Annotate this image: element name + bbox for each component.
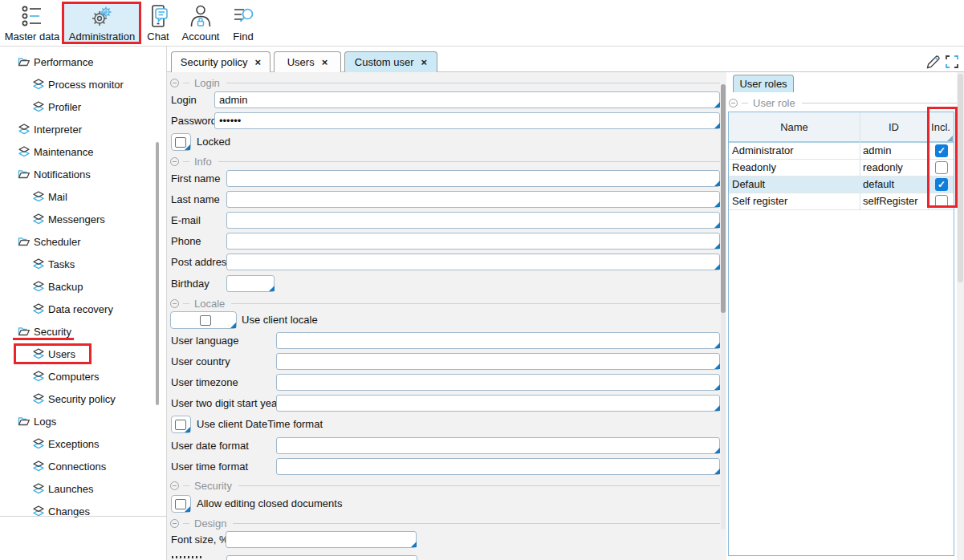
tab-users[interactable]: Users × [274,51,341,72]
sidebar-item-launches[interactable]: Launches [0,480,154,497]
sidebar-item-messengers[interactable]: Messengers [0,210,154,228]
tab-security-policy[interactable]: Security policy × [171,51,270,72]
locked-checkbox[interactable] [171,133,191,151]
sidebar-item-notifications[interactable]: Notifications [0,165,154,183]
corner-mark [185,144,190,150]
use-client-datetime-checkbox[interactable] [171,416,191,433]
toolbar-button-master-data[interactable]: Master data [3,3,61,43]
sidebar-item-backup[interactable]: Backup [0,278,154,295]
user-country-input[interactable] [276,353,720,370]
column-header-id[interactable]: ID [860,112,928,141]
form-row-use-client-datetime-format: Use client DateTime format [167,416,726,433]
sidebar-item-process-monitor[interactable]: Process monitor [0,75,154,93]
sidebar-item-connections[interactable]: Connections [0,457,154,475]
sidebar-item-data-recovery[interactable]: Data recovery [0,300,154,318]
post-address-input[interactable] [226,254,720,270]
form-row-birthday: Birthday [167,275,726,292]
column-header-name[interactable]: Name [729,112,860,141]
tab-label: User roles [739,78,787,90]
user-two-digit-start-year-input[interactable] [276,395,720,412]
sidebar-item-security[interactable]: Security [0,323,154,340]
sidebar-item-interpreter[interactable]: Interpreter [0,120,154,138]
birthday-input[interactable] [226,275,275,292]
email-input[interactable] [226,212,720,229]
collapse-icon[interactable] [170,157,179,166]
sidebar-scrollbar[interactable] [156,142,159,405]
toolbar-label: Chat [143,30,173,43]
pencil-icon [925,54,942,70]
user-timezone-input[interactable] [276,374,720,391]
tab-label: Custom user [355,56,414,68]
table-row-readonly[interactable]: Readonly readonly [729,160,954,177]
allow-editing-checkbox[interactable] [171,495,191,513]
layers-icon [32,258,45,270]
font-size-input[interactable] [226,531,417,548]
phone-input[interactable] [226,233,720,250]
form-row-last-name: Last name [167,191,726,208]
form-row-allow-editing: Allow editing closed documents [167,495,726,513]
table-row-self-register[interactable]: Self register selfRegister [729,193,954,210]
tab-close-icon[interactable]: × [421,57,428,67]
edit-button[interactable] [925,54,942,72]
sidebar-item-performance[interactable]: Performance [0,53,154,71]
collapse-icon[interactable] [170,481,179,490]
tab-custom-user[interactable]: Custom user × [344,51,437,72]
section-header-design[interactable]: Design [170,517,720,530]
form-scrollbar-thumb[interactable] [721,84,726,313]
section-header-security[interactable]: Security [170,479,720,492]
sidebar-item-computers[interactable]: Computers [0,367,154,385]
section-header-info[interactable]: Info [170,155,720,168]
sidebar-item-mail[interactable]: Mail [0,188,154,205]
sidebar-item-maintenance[interactable]: Maintenance [0,143,154,160]
section-header-locale[interactable]: Locale [170,297,720,310]
form-row-user-two-digit-start-year: User two digit start year [167,395,726,412]
field-label: Birthday [171,275,209,292]
table-row-default[interactable]: Default default ✓ [729,177,954,193]
filter-corner-icon[interactable] [947,136,953,141]
incl-checkbox-unchecked[interactable] [935,195,948,208]
section-header-user-role[interactable]: User role [729,96,962,109]
table-row-administrator[interactable]: Administrator admin ✓ [729,143,954,160]
incl-checkbox-checked[interactable]: ✓ [935,178,948,191]
first-name-input[interactable] [226,170,720,187]
form-row-use-client-locale: Use client locale [167,311,726,329]
tab-close-icon[interactable]: × [322,57,328,67]
sidebar-item-exceptions[interactable]: Exceptions [0,435,154,452]
user-language-input[interactable] [276,332,720,349]
expand-button[interactable] [945,55,959,71]
form-row-user-date-format: User date format [167,437,726,454]
toolbar-button-chat[interactable]: Chat [143,3,173,43]
user-date-format-input[interactable] [276,437,720,454]
collapse-icon[interactable] [170,519,179,528]
sidebar-item-scheduler[interactable]: Scheduler [0,233,154,250]
tab-user-roles[interactable]: User roles [733,75,794,92]
user-time-format-input[interactable] [276,458,720,475]
password-input[interactable] [214,112,720,129]
incl-checkbox-unchecked[interactable] [935,161,948,174]
login-input[interactable] [214,91,720,108]
toolbar-button-account[interactable]: Account [178,3,223,43]
field-label: Use client DateTime format [197,416,323,433]
tree-label: Tasks [48,258,75,270]
corner-mark [269,286,275,291]
sidebar-item-security-policy[interactable]: Security policy [0,390,154,408]
tab-close-icon[interactable]: × [255,57,262,67]
sidebar-item-tasks[interactable]: Tasks [0,255,154,273]
sidebar-item-users[interactable]: Users [0,345,154,363]
collapse-icon[interactable] [729,99,738,108]
sidebar-item-logs[interactable]: Logs [0,412,154,430]
collapse-icon[interactable] [170,299,179,308]
last-name-input[interactable] [226,191,720,208]
clipped-input[interactable] [226,555,417,560]
folder-icon [18,168,31,180]
incl-checkbox-checked[interactable]: ✓ [935,144,948,157]
toolbar-button-administration[interactable]: Administration [64,3,140,43]
sidebar-item-profiler[interactable]: Profiler [0,98,154,116]
panel-scrollbar-thumb[interactable] [958,74,963,282]
form-row-user-time-format: User time format [167,458,726,475]
toolbar-button-find[interactable]: Find [226,3,261,43]
use-client-locale-toggle[interactable] [170,311,237,329]
sidebar-item-changes[interactable]: Changes [0,502,154,520]
collapse-icon[interactable] [170,79,179,87]
section-header-login[interactable]: Login [170,76,720,89]
